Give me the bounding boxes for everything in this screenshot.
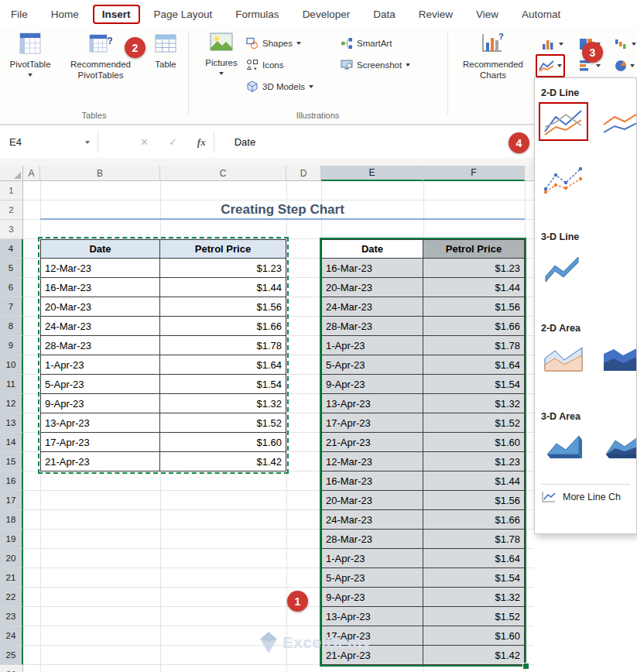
cell[interactable]: 12-Mar-23	[40, 259, 160, 278]
row-header[interactable]: 22	[0, 588, 23, 607]
cell[interactable]: $1.64	[423, 549, 525, 568]
more-line-charts-item[interactable]: More Line Ch	[541, 491, 636, 503]
cancel-button[interactable]: ✕	[140, 136, 149, 148]
insert-column-chart-button[interactable]	[542, 36, 563, 53]
pivottable-button[interactable]: PivotTable	[6, 33, 54, 77]
row-header[interactable]: 14	[0, 433, 23, 452]
cell[interactable]: 13-Apr-23	[40, 413, 160, 433]
cell[interactable]: 20-Mar-23	[40, 297, 160, 317]
cell[interactable]: 5-Apr-23	[321, 568, 423, 588]
tab-developer[interactable]: Developer	[303, 9, 351, 20]
cell[interactable]: $1.66	[423, 510, 525, 530]
row-header[interactable]: 18	[0, 510, 23, 530]
row-header[interactable]: 9	[0, 336, 23, 355]
row-header[interactable]: 4	[0, 239, 23, 259]
cell[interactable]: 13-Apr-23	[321, 607, 423, 626]
cell[interactable]: 24-Mar-23	[321, 297, 423, 317]
cell[interactable]: 16-Mar-23	[321, 259, 423, 278]
row-header[interactable]: 7	[0, 297, 23, 317]
cell[interactable]: $1.32	[423, 394, 525, 413]
chart-thumb-stacked-area[interactable]	[600, 341, 637, 375]
row-header[interactable]: 20	[0, 549, 23, 568]
shapes-button[interactable]: Shapes	[246, 35, 301, 52]
insert-pie-chart-button[interactable]	[615, 57, 635, 74]
cell[interactable]: 20-Mar-23	[321, 491, 423, 510]
column-header-b[interactable]: B	[40, 166, 160, 181]
cell[interactable]: $1.42	[423, 646, 525, 665]
cell[interactable]: 9-Apr-23	[40, 394, 160, 413]
row-header[interactable]: 15	[0, 452, 23, 471]
cell[interactable]: $1.60	[160, 433, 286, 452]
recommended-charts-button[interactable]: ? Recommended Charts	[454, 33, 533, 81]
row-header[interactable]: 25	[0, 646, 23, 665]
column-header-f[interactable]: F	[423, 166, 525, 181]
chart-thumb-area[interactable]	[541, 341, 586, 375]
formula-input[interactable]: Date	[235, 136, 255, 148]
chart-thumb-3d-area[interactable]	[541, 431, 586, 465]
cell[interactable]: 13-Apr-23	[321, 394, 423, 413]
cell[interactable]: $1.54	[160, 375, 286, 394]
cell[interactable]: 20-Mar-23	[321, 278, 423, 297]
cell[interactable]: 1-Apr-23	[321, 549, 423, 568]
row-header[interactable]: 21	[0, 568, 23, 588]
cell[interactable]: $1.54	[423, 568, 525, 588]
tab-formulas[interactable]: Formulas	[235, 9, 279, 20]
row-header[interactable]: 19	[0, 530, 23, 549]
cell[interactable]: $1.56	[423, 491, 525, 510]
row-header[interactable]: 26	[0, 665, 23, 672]
cell[interactable]: 24-Mar-23	[321, 510, 423, 530]
cell[interactable]: 16-Mar-23	[40, 278, 160, 297]
name-box[interactable]: E4	[0, 136, 84, 148]
selected-table-header-price[interactable]: Petrol Price	[423, 239, 525, 259]
source-table-header-price[interactable]: Petrol Price	[160, 239, 286, 259]
cell[interactable]: 28-Mar-23	[40, 336, 160, 355]
row-header[interactable]: 3	[0, 220, 23, 239]
row-header[interactable]: 1	[0, 181, 23, 201]
cell[interactable]: 21-Apr-23	[40, 452, 160, 471]
row-header[interactable]: 10	[0, 355, 23, 375]
row-header[interactable]: 2	[0, 201, 23, 220]
cell[interactable]: $1.23	[160, 259, 286, 278]
cell[interactable]: 24-Mar-23	[40, 317, 160, 336]
cell[interactable]: $1.60	[423, 626, 525, 646]
row-header[interactable]: 16	[0, 471, 23, 491]
column-header-c[interactable]: C	[160, 166, 286, 181]
fill-handle[interactable]	[522, 663, 529, 670]
row-header[interactable]: 24	[0, 626, 23, 646]
tab-page-layout[interactable]: Page Layout	[154, 9, 213, 20]
cell[interactable]: $1.64	[160, 355, 286, 375]
tab-data[interactable]: Data	[373, 9, 396, 20]
cell[interactable]: 1-Apr-23	[40, 355, 160, 375]
tab-file[interactable]: File	[11, 9, 28, 20]
cell[interactable]: $1.78	[160, 336, 286, 355]
select-all-corner[interactable]	[0, 166, 23, 181]
column-header-a[interactable]: A	[23, 166, 40, 181]
name-box-chevron-icon[interactable]	[85, 141, 90, 144]
screenshot-button[interactable]: Screenshot	[341, 57, 410, 74]
cell[interactable]: 17-Apr-23	[321, 413, 423, 433]
cell[interactable]: $1.44	[423, 471, 525, 491]
cell[interactable]: $1.56	[160, 297, 286, 317]
cell[interactable]: $1.64	[423, 355, 525, 375]
cell[interactable]: $1.78	[423, 530, 525, 549]
cell[interactable]: $1.54	[423, 375, 525, 394]
cell[interactable]: $1.60	[423, 433, 525, 452]
tab-home[interactable]: Home	[51, 9, 79, 20]
tab-review[interactable]: Review	[419, 9, 453, 20]
cell[interactable]: $1.66	[423, 317, 525, 336]
chart-thumb-stacked-line[interactable]	[600, 105, 637, 139]
enter-button[interactable]: ✓	[169, 136, 177, 148]
row-header[interactable]: 12	[0, 394, 23, 413]
cell[interactable]: $1.42	[160, 452, 286, 471]
source-table-header-date[interactable]: Date	[40, 239, 160, 259]
row-header[interactable]: 17	[0, 491, 23, 510]
cell[interactable]: $1.78	[423, 336, 525, 355]
cell[interactable]: 1-Apr-23	[321, 336, 423, 355]
insert-line-chart-button[interactable]	[539, 57, 562, 74]
cell[interactable]: 16-Mar-23	[321, 471, 423, 491]
cell[interactable]: 12-Mar-23	[321, 452, 423, 471]
table-button[interactable]: Table	[147, 33, 184, 70]
cell[interactable]: $1.23	[423, 452, 525, 471]
chart-thumb-3d-stacked-area[interactable]	[600, 431, 637, 465]
cell[interactable]: $1.32	[423, 588, 525, 607]
